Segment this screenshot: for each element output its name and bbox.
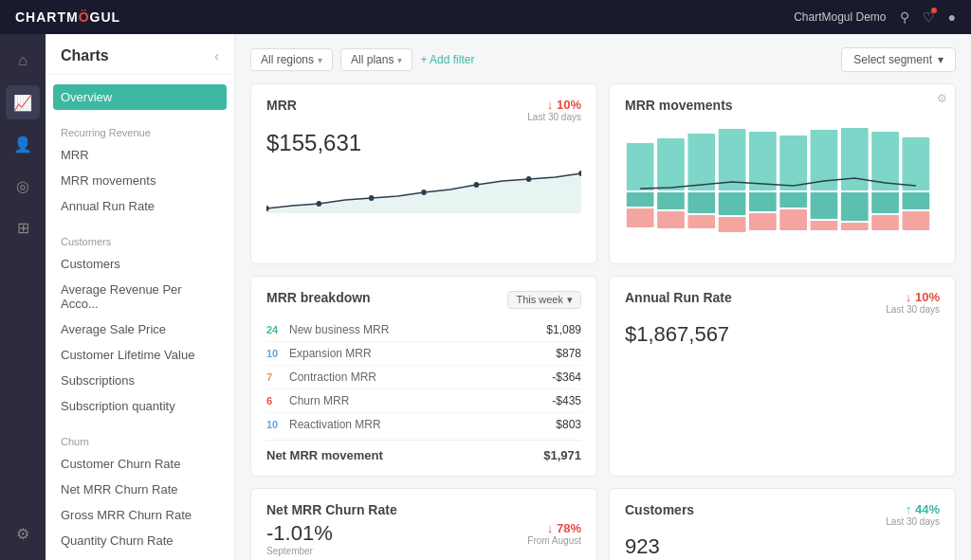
sidebar-item-overview[interactable]: Overview xyxy=(53,84,227,110)
sidebar-item-arpa[interactable]: Average Revenue Per Acco... xyxy=(46,277,234,316)
sidebar-item-qty-churn[interactable]: Quantity Churn Rate xyxy=(46,528,234,553)
sidebar-section-label-recurring: Recurring Revenue xyxy=(46,123,234,142)
mrr-period: Last 30 days xyxy=(527,112,581,122)
segment-button[interactable]: Select segment ▾ xyxy=(841,47,956,72)
bd-value-expansion: $878 xyxy=(556,347,581,360)
arr-value: $1,867,567 xyxy=(625,322,940,347)
week-label: This week xyxy=(516,294,563,305)
churn-value-group: -1.01% September xyxy=(266,521,333,556)
svg-point-3 xyxy=(369,195,375,201)
mrr-movements-title: MRR movements xyxy=(625,98,940,113)
sidebar-section-recurring: Recurring Revenue MRR MRR movements Annu… xyxy=(46,114,234,223)
user-icon[interactable]: ● xyxy=(948,9,956,25)
sidebar-item-mrr-movements[interactable]: MRR movements xyxy=(46,168,234,193)
sidebar-item-net-mrr-churn[interactable]: Net MRR Churn Rate xyxy=(46,477,234,502)
plans-arrow-icon: ▾ xyxy=(397,55,402,65)
svg-point-4 xyxy=(421,190,427,195)
mrr-movements-chart xyxy=(625,124,940,247)
regions-filter[interactable]: All regions ▾ xyxy=(250,48,333,71)
sidebar-section-label-customers: Customers xyxy=(46,232,234,251)
total-label: Net MRR movement xyxy=(266,448,383,462)
breakdown-total: Net MRR movement $1,971 xyxy=(266,440,581,462)
sidebar-item-annual-run-rate[interactable]: Annual Run Rate xyxy=(46,193,234,219)
svg-rect-13 xyxy=(657,211,685,228)
svg-rect-33 xyxy=(871,192,899,213)
nav-settings-icon[interactable]: ⚙ xyxy=(6,516,40,551)
add-filter-label: + Add filter xyxy=(420,53,474,66)
sidebar-item-clv[interactable]: Customer Lifetime Value xyxy=(46,342,234,368)
nav-org-icon[interactable]: ⊞ xyxy=(6,210,40,244)
search-icon[interactable]: ⚲ xyxy=(900,9,909,25)
sidebar-title: Charts xyxy=(61,47,109,64)
churn-value: -1.01% xyxy=(266,521,333,546)
left-sidebar: Charts ‹ Overview Recurring Revenue MRR … xyxy=(46,34,235,560)
svg-rect-28 xyxy=(811,221,838,230)
churn-value-row: -1.01% September ↓ 78% From August xyxy=(266,521,581,556)
churn-badge: ↓ 78% From August xyxy=(527,521,581,546)
svg-rect-12 xyxy=(657,192,685,209)
arr-pct: ↓ 10% xyxy=(906,290,940,304)
sidebar-item-customer-churn[interactable]: Customer Churn Rate xyxy=(46,451,234,477)
customers-card: Customers ↑ 44% Last 30 days 923 xyxy=(609,488,956,560)
segment-label: Select segment xyxy=(853,53,932,66)
svg-point-2 xyxy=(317,201,322,207)
gear-icon[interactable]: ⚙ xyxy=(937,92,947,105)
breakdown-row-contraction: 7 Contraction MRR -$364 xyxy=(266,366,581,389)
icon-sidebar: ⌂ 📈 👤 ◎ ⊞ ⚙ xyxy=(0,34,46,560)
mrr-value-row: MRR ↓ 10% Last 30 days xyxy=(266,98,581,122)
app-container: ⌂ 📈 👤 ◎ ⊞ ⚙ Charts ‹ Overview Recurring … xyxy=(0,0,971,560)
churn-sub: September xyxy=(266,546,333,556)
demo-label: ChartMogul Demo xyxy=(794,10,886,24)
notification-icon[interactable]: ♡ xyxy=(923,9,935,25)
arr-badge: ↓ 10% Last 30 days xyxy=(886,290,940,315)
bd-value-churn: -$435 xyxy=(552,394,581,407)
sidebar-section-label-churn: Churn xyxy=(46,432,234,451)
regions-arrow-icon: ▾ xyxy=(318,55,322,65)
mrr-badge: ↓ 10% Last 30 days xyxy=(527,98,581,122)
nav-charts-icon[interactable]: 📈 xyxy=(6,85,40,119)
sidebar-overview-section: Overview xyxy=(46,75,234,114)
sidebar-item-gross-mrr-churn[interactable]: Gross MRR Churn Rate xyxy=(46,502,234,528)
sidebar-item-mrr[interactable]: MRR xyxy=(46,142,234,168)
bd-num-reactivation: 10 xyxy=(266,419,289,430)
mrr-breakdown-title: MRR breakdown xyxy=(266,290,371,305)
svg-rect-11 xyxy=(657,138,685,190)
svg-rect-23 xyxy=(779,135,807,190)
svg-rect-35 xyxy=(903,137,930,190)
svg-rect-15 xyxy=(687,192,715,213)
plans-filter[interactable]: All plans ▾ xyxy=(340,48,412,71)
nav-people-icon[interactable]: 👤 xyxy=(6,127,40,161)
sidebar-collapse-btn[interactable]: ‹ xyxy=(214,48,219,63)
svg-point-5 xyxy=(474,182,480,188)
svg-rect-25 xyxy=(779,209,807,230)
churn-period: From August xyxy=(527,535,581,546)
total-value: $1,971 xyxy=(543,448,581,462)
sidebar-item-asp[interactable]: Average Sale Price xyxy=(46,316,234,342)
dashboard-grid: MRR ↓ 10% Last 30 days $155,631 xyxy=(250,83,956,560)
bd-value-new: $1,089 xyxy=(546,323,581,336)
bd-value-contraction: -$364 xyxy=(552,370,581,384)
week-selector[interactable]: This week ▾ xyxy=(507,291,581,309)
net-mrr-churn-title: Net MRR Churn Rate xyxy=(266,502,581,517)
mrr-value: $155,631 xyxy=(266,130,581,156)
mrr-pct: ↓ 10% xyxy=(547,98,581,112)
sidebar-item-customers[interactable]: Customers xyxy=(46,251,234,277)
sidebar-header: Charts ‹ xyxy=(46,34,234,75)
sidebar-item-sub-qty[interactable]: Subscription quantity xyxy=(46,393,234,419)
breakdown-row-churn: 6 Churn MRR -$435 xyxy=(266,389,581,413)
breakdown-row-reactivation: 10 Reactivation MRR $803 xyxy=(266,413,581,436)
customers-title: Customers xyxy=(625,502,694,517)
nav-location-icon[interactable]: ◎ xyxy=(6,169,40,203)
svg-rect-16 xyxy=(687,215,715,228)
bd-label-reactivation: Reactivation MRR xyxy=(289,418,556,431)
sidebar-item-subscriptions[interactable]: Subscriptions xyxy=(46,368,234,393)
bd-value-reactivation: $803 xyxy=(556,418,581,431)
segment-arrow-icon: ▾ xyxy=(938,53,944,66)
customers-value: 923 xyxy=(625,534,940,559)
sidebar-section-churn: Churn Customer Churn Rate Net MRR Churn … xyxy=(46,423,234,557)
mrr-chart xyxy=(266,156,581,213)
nav-home-icon[interactable]: ⌂ xyxy=(6,44,40,78)
add-filter-button[interactable]: + Add filter xyxy=(420,53,474,66)
svg-rect-31 xyxy=(841,223,869,230)
mrr-breakdown-card: MRR breakdown This week ▾ 24 New busines… xyxy=(250,276,597,477)
